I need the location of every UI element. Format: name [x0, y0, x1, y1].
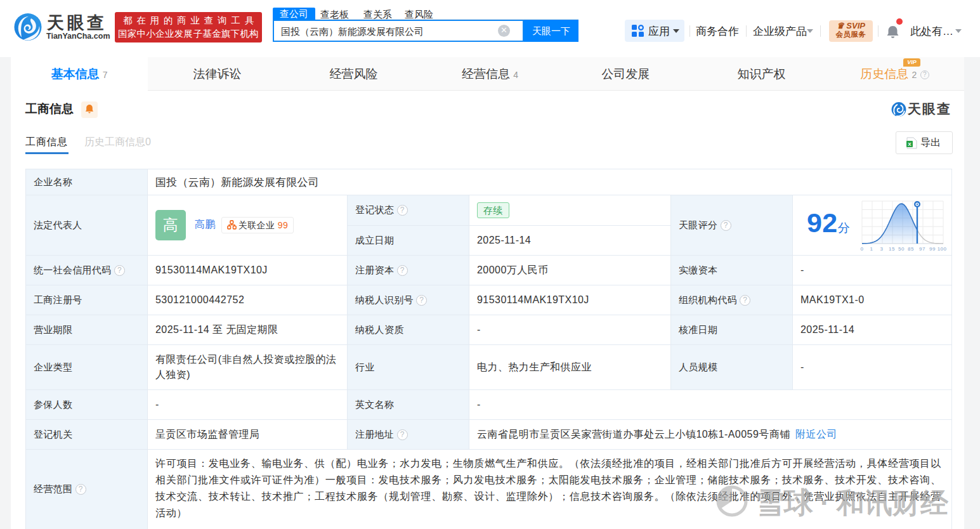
svg-text:X: X — [908, 141, 911, 147]
svg-text:99: 99 — [929, 246, 936, 252]
svg-text:0: 0 — [861, 246, 864, 252]
svg-text:3: 3 — [880, 246, 884, 252]
svg-text:50: 50 — [898, 246, 905, 252]
svg-text:100: 100 — [938, 246, 947, 252]
svg-text:85: 85 — [908, 246, 914, 252]
svg-text:97: 97 — [919, 246, 925, 252]
svg-text:1: 1 — [870, 246, 873, 252]
svg-text:15: 15 — [889, 246, 895, 252]
